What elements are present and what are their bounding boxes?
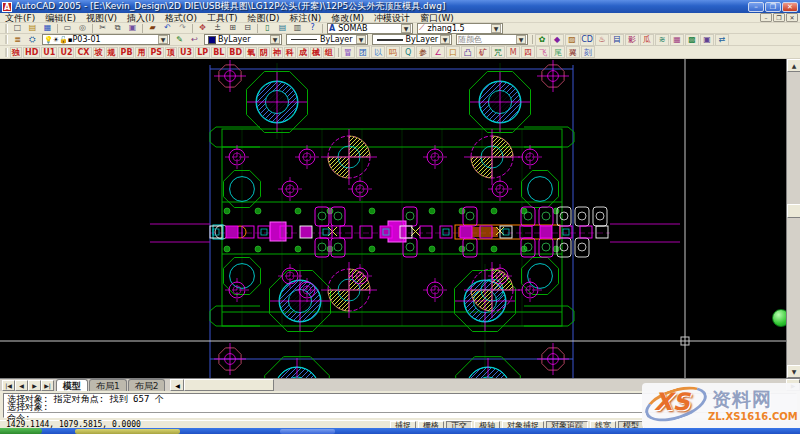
doc-minimize-button[interactable]: – <box>760 13 772 22</box>
layer-previous-icon[interactable]: ↩ <box>187 34 202 45</box>
tool-palettes-icon[interactable]: ▯ <box>260 23 275 34</box>
scrollbar-thumb[interactable] <box>184 379 274 391</box>
zoom-previous-icon[interactable]: ⊟ <box>240 23 255 34</box>
dropdown-arrow-icon[interactable]: ▼ <box>356 35 366 44</box>
dropdown-arrow-icon[interactable]: ▼ <box>491 24 501 33</box>
layer-dropdown[interactable]: 💡☀🔓▪ P03-01 ▼ <box>42 34 170 45</box>
modify-tool-icon[interactable]: ◆ <box>550 34 564 46</box>
plotstyle-dropdown[interactable]: 随颜色 ▼ <box>456 34 528 45</box>
drawing-canvas[interactable] <box>0 59 786 378</box>
dropdown-arrow-icon[interactable]: ▼ <box>440 35 450 44</box>
open-file-icon[interactable]: ▤ <box>25 23 40 34</box>
mold-tool-button[interactable]: U2 <box>58 47 74 58</box>
taskbar-item[interactable] <box>75 429 180 434</box>
scrollbar-thumb[interactable] <box>787 204 800 218</box>
modify-tool-icon[interactable]: ▩ <box>685 34 699 46</box>
mold-tool-icon[interactable]: 吗 <box>386 46 400 58</box>
start-button[interactable] <box>0 428 42 434</box>
properties-icon[interactable]: ▥ <box>290 23 305 34</box>
modify-tool-icon[interactable]: ≋ <box>655 34 669 46</box>
menu-item[interactable]: 冲模设计 <box>369 13 415 23</box>
modify-tool-icon[interactable]: ▣ <box>700 34 714 46</box>
close-button[interactable]: ✕ <box>782 2 798 12</box>
mold-tool-button[interactable]: 阴 <box>258 47 270 58</box>
mold-tool-icon[interactable]: M <box>506 46 520 58</box>
mold-tool-button[interactable]: 用 <box>135 47 147 58</box>
menu-item[interactable]: 窗口(W) <box>415 13 459 23</box>
mold-tool-icon[interactable]: 咒 <box>491 46 505 58</box>
restore-button[interactable]: ❐ <box>765 2 781 12</box>
mold-tool-button[interactable]: 氧 <box>245 47 257 58</box>
tab-nav-icon[interactable]: |◀ <box>2 380 15 391</box>
mold-tool-icon[interactable]: 飞 <box>536 46 550 58</box>
mold-tool-button[interactable]: 成 <box>297 47 309 58</box>
pan-icon[interactable]: ✥ <box>195 23 210 34</box>
scroll-down-icon[interactable]: ▼ <box>787 365 800 378</box>
scroll-left-icon[interactable]: ◀ <box>170 379 184 391</box>
menu-item[interactable]: 插入(I) <box>122 13 160 23</box>
layer-states-icon[interactable]: ⛭ <box>25 34 40 45</box>
mold-tool-icon[interactable]: 冒 <box>341 46 355 58</box>
menu-item[interactable]: 标注(N) <box>284 13 326 23</box>
mold-tool-button[interactable]: CX <box>75 47 91 58</box>
preview-icon[interactable]: ◎ <box>75 23 90 34</box>
zoom-window-icon[interactable]: ⊞ <box>225 23 240 34</box>
sheetset-icon[interactable]: ▤ <box>275 23 290 34</box>
plot-icon[interactable]: ▭ <box>60 23 75 34</box>
dim-style-dropdown[interactable]: ⟋zhang1.5▼ <box>417 23 503 34</box>
modify-tool-icon[interactable]: 目 <box>610 34 624 46</box>
linetype-dropdown[interactable]: ByLayer ▼ <box>286 34 368 45</box>
zoom-realtime-icon[interactable]: ± <box>210 23 225 34</box>
menu-item[interactable]: 视图(V) <box>81 13 122 23</box>
menu-item[interactable]: 修改(M) <box>326 13 369 23</box>
dropdown-arrow-icon[interactable]: ▼ <box>158 35 168 44</box>
modify-tool-icon[interactable]: 瓜 <box>640 34 654 46</box>
color-dropdown[interactable]: ByLayer ▼ <box>204 34 282 45</box>
menu-item[interactable]: 工具(T) <box>202 13 243 23</box>
new-file-icon[interactable]: □ <box>10 23 25 34</box>
tab-layout2[interactable]: 布局2 <box>128 379 166 391</box>
paste-icon[interactable]: ▣ <box>125 23 140 34</box>
mold-tool-button[interactable]: 坡 <box>93 47 105 58</box>
mold-tool-icon[interactable]: 参 <box>416 46 430 58</box>
mold-tool-icon[interactable]: 尾 <box>551 46 565 58</box>
mold-tool-button[interactable]: LP <box>195 47 210 58</box>
dropdown-arrow-icon[interactable]: ▼ <box>270 35 280 44</box>
mold-tool-icon[interactable]: 凸 <box>461 46 475 58</box>
mold-tool-button[interactable]: PB <box>119 47 135 58</box>
vertical-scrollbar[interactable]: ▲ ▼ <box>786 59 800 378</box>
mold-tool-button[interactable]: BL <box>211 47 226 58</box>
mold-tool-icon[interactable]: 矿 <box>476 46 490 58</box>
mold-tool-button[interactable]: PS <box>148 47 164 58</box>
mold-tool-button[interactable]: 规 <box>106 47 118 58</box>
menu-item[interactable]: 格式(O) <box>160 13 202 23</box>
undo-icon[interactable]: ↶ <box>160 23 175 34</box>
match-properties-icon[interactable]: ▰ <box>145 23 160 34</box>
modify-tool-icon[interactable]: ▦ <box>670 34 684 46</box>
layer-manager-icon[interactable]: ≣ <box>10 34 25 45</box>
cut-icon[interactable]: ✂ <box>95 23 110 34</box>
menu-item[interactable]: 编辑(E) <box>40 13 81 23</box>
mold-tool-icon[interactable]: 刻 <box>581 46 595 58</box>
mold-tool-button[interactable]: 科 <box>284 47 296 58</box>
mold-tool-button[interactable]: HD <box>23 47 40 58</box>
save-icon[interactable]: ▦ <box>40 23 55 34</box>
make-layer-current-icon[interactable]: ✎ <box>172 34 187 45</box>
text-style-dropdown[interactable]: ASOMAB▼ <box>327 23 413 34</box>
scroll-up-icon[interactable]: ▲ <box>787 59 800 72</box>
modify-tool-icon[interactable]: ▨ <box>565 34 579 46</box>
mold-tool-icon[interactable]: 四 <box>521 46 535 58</box>
tab-nav-icon[interactable]: ◀ <box>15 380 28 391</box>
windows-taskbar[interactable] <box>0 428 800 434</box>
mold-tool-button[interactable]: U3 <box>178 47 194 58</box>
mold-tool-icon[interactable]: Q <box>401 46 415 58</box>
modify-tool-icon[interactable]: CD <box>580 34 594 46</box>
tab-nav-icon[interactable]: ▶ <box>28 380 41 391</box>
toolbar-grip[interactable] <box>5 48 8 57</box>
doc-close-button[interactable]: ✕ <box>786 13 798 22</box>
menu-item[interactable]: 文件(F) <box>0 13 40 23</box>
doc-restore-button[interactable]: ❐ <box>773 13 785 22</box>
dropdown-arrow-icon[interactable]: ▼ <box>516 35 526 44</box>
mold-tool-button[interactable]: U1 <box>41 47 57 58</box>
mold-tool-button[interactable]: 神 <box>271 47 283 58</box>
